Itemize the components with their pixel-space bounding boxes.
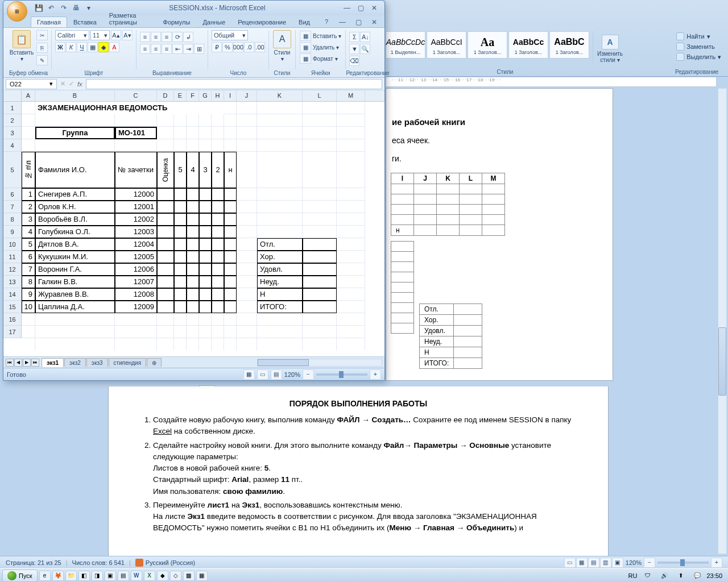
tray-icon[interactable]: 💬: [692, 571, 703, 581]
cell[interactable]: [199, 251, 212, 263]
cell[interactable]: Воробьёв В.Л.: [35, 213, 115, 226]
cell[interactable]: [174, 213, 187, 226]
word-scrollbar-vertical[interactable]: [718, 88, 727, 554]
cell[interactable]: Удовл.: [257, 263, 303, 276]
row-header[interactable]: 3: [3, 127, 21, 139]
cell[interactable]: Н: [257, 288, 303, 301]
zoom-in-button[interactable]: +: [711, 558, 722, 568]
indent-dec[interactable]: ⇤: [172, 44, 183, 54]
cell[interactable]: Отл.: [257, 238, 303, 251]
help-button[interactable]: ?: [320, 18, 333, 26]
cell[interactable]: 12004: [115, 238, 157, 251]
next-sheet-button[interactable]: ▶: [23, 359, 31, 367]
cell[interactable]: [187, 288, 199, 301]
select-all-corner[interactable]: [3, 90, 22, 102]
undo-icon[interactable]: ↶: [46, 2, 57, 14]
cell[interactable]: [224, 201, 237, 213]
cancel-icon[interactable]: ✕: [60, 80, 65, 88]
cell[interactable]: [224, 226, 237, 238]
cell[interactable]: [224, 288, 237, 301]
ribbon-tab-formulas[interactable]: Формулы: [157, 16, 197, 27]
cell[interactable]: [187, 276, 199, 288]
ribbon-tab-home[interactable]: Главная: [31, 16, 67, 27]
cell[interactable]: [174, 288, 187, 301]
view-page-break[interactable]: ▤: [271, 369, 282, 380]
zoom-level[interactable]: 120%: [284, 371, 300, 378]
column-header[interactable]: H: [212, 90, 224, 101]
task-ie-icon[interactable]: e: [39, 571, 51, 581]
task-app-icon[interactable]: ▤: [118, 571, 129, 581]
language-indicator[interactable]: RU: [628, 572, 638, 579]
align-right[interactable]: ≡: [162, 44, 172, 54]
cell[interactable]: 9: [22, 288, 35, 301]
cell[interactable]: [212, 288, 224, 301]
task-word-icon[interactable]: W: [131, 571, 142, 581]
delete-cells-button[interactable]: ▦Удалить ▾: [299, 41, 342, 53]
comma-button[interactable]: 000: [233, 42, 243, 52]
cell[interactable]: 5: [22, 238, 35, 251]
cell[interactable]: [224, 251, 237, 263]
cell[interactable]: [187, 238, 199, 251]
increase-font-icon[interactable]: A▴: [111, 30, 121, 40]
align-middle[interactable]: ≡: [151, 32, 161, 42]
cell[interactable]: 4: [22, 226, 35, 238]
cell[interactable]: 3: [22, 213, 35, 226]
underline-button[interactable]: Ч: [77, 42, 87, 52]
cell[interactable]: [174, 301, 187, 313]
task-app-icon[interactable]: ◧: [78, 571, 90, 581]
cell[interactable]: Дятлов В.А.: [35, 238, 115, 251]
minimize-button[interactable]: —: [340, 4, 354, 12]
sheet-tab[interactable]: экз2: [64, 358, 86, 367]
row-header[interactable]: 15: [3, 301, 21, 313]
task-explorer-icon[interactable]: 📁: [65, 571, 77, 581]
zoom-in-button[interactable]: +: [370, 369, 381, 380]
office-button[interactable]: ⊞: [7, 1, 27, 22]
cell[interactable]: [224, 276, 237, 288]
cell[interactable]: [157, 201, 174, 213]
align-top[interactable]: ≡: [140, 32, 150, 42]
cell[interactable]: 12002: [115, 213, 157, 226]
cell[interactable]: 2: [22, 201, 35, 213]
cell[interactable]: [224, 213, 237, 226]
word-ruler[interactable]: · · ·11· · ·12· · ·13· · ·14· · ·15· · ·…: [386, 77, 717, 87]
ribbon-tab-view[interactable]: Вид: [292, 16, 316, 27]
maximize-button[interactable]: ▢: [354, 4, 367, 12]
cell[interactable]: [224, 301, 237, 313]
new-sheet-button[interactable]: ⊕: [147, 358, 162, 367]
cell[interactable]: МО-101: [115, 127, 157, 139]
autosum-button[interactable]: Σ: [349, 32, 359, 42]
cell[interactable]: 6: [22, 251, 35, 263]
cell[interactable]: [303, 251, 337, 263]
percent-button[interactable]: %: [222, 42, 233, 52]
excel-titlebar[interactable]: ⊞ 💾 ↶ ↷ 🖶 ▾ SESSION.xlsx - Microsoft Exc…: [3, 1, 384, 15]
column-header[interactable]: F: [187, 90, 199, 101]
cell[interactable]: [199, 301, 212, 313]
sheet-tab[interactable]: стипендия: [109, 358, 147, 367]
sort-button[interactable]: A↓: [360, 32, 370, 42]
clear-button[interactable]: ⌫: [349, 56, 359, 66]
spreadsheet-grid[interactable]: 1234567891011121314151617 ABCDEFGHIJKLM …: [3, 90, 384, 356]
fill-button[interactable]: ▼: [349, 44, 359, 54]
cell[interactable]: [199, 288, 212, 301]
cell[interactable]: [157, 288, 174, 301]
cell[interactable]: 12007: [115, 276, 157, 288]
task-app-icon[interactable]: ▦: [196, 571, 208, 581]
wrap-text[interactable]: ↲: [183, 32, 193, 42]
cell[interactable]: [224, 188, 237, 201]
zoom-level[interactable]: 120%: [626, 559, 642, 566]
cell[interactable]: 12008: [115, 288, 157, 301]
column-header[interactable]: G: [199, 90, 212, 101]
column-header[interactable]: C: [115, 90, 157, 101]
fill-color-button[interactable]: ◆: [98, 42, 109, 52]
row-header[interactable]: 9: [3, 226, 21, 238]
insert-cells-button[interactable]: ▦Вставить ▾: [299, 30, 342, 41]
cell[interactable]: [199, 263, 212, 276]
cut-icon[interactable]: ✂: [36, 30, 48, 40]
cell[interactable]: [157, 226, 174, 238]
cell[interactable]: [199, 201, 212, 213]
view-page-layout[interactable]: ▭: [257, 369, 268, 380]
tray-icon[interactable]: 🛡: [642, 571, 653, 581]
cell[interactable]: [212, 226, 224, 238]
first-sheet-button[interactable]: ⏮: [6, 359, 14, 367]
cell[interactable]: [199, 226, 212, 238]
